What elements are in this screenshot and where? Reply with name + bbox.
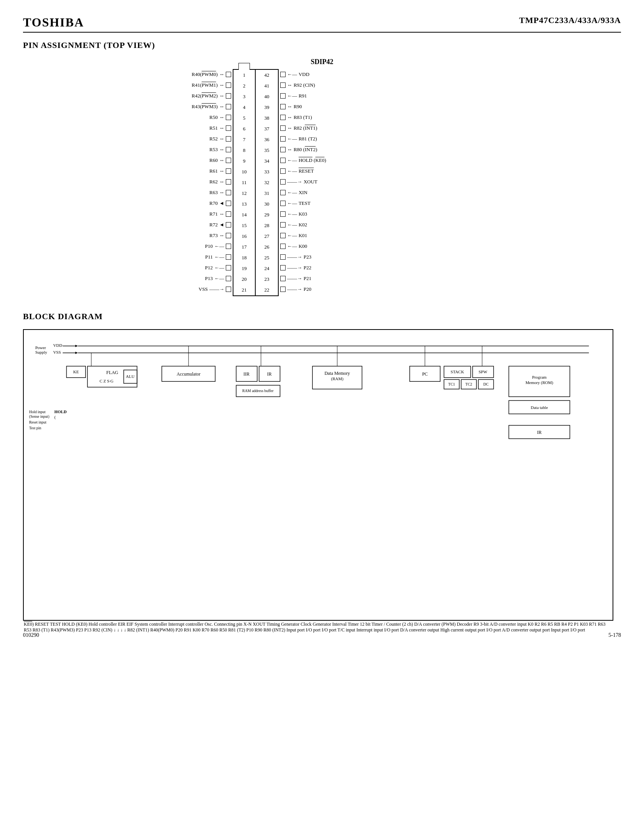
svg-text:(Sense input): (Sense input): [29, 414, 49, 419]
pin-arrow: ↔: [219, 71, 224, 77]
pin-arrow: ◄: [219, 222, 224, 228]
pin-label: R73: [209, 232, 218, 239]
pin-arrow: ↔: [219, 157, 224, 163]
pin-arrow: ←—: [287, 222, 297, 228]
pin-box: [280, 136, 286, 142]
pin-box: [280, 179, 286, 185]
pin-row: ←— VDD: [280, 69, 309, 80]
pin-row: ←— TEST: [280, 198, 310, 209]
pin-box: [280, 201, 286, 206]
pin-box: [226, 265, 231, 270]
pin-box: [280, 287, 286, 292]
chip-pin-number: 29: [262, 209, 272, 220]
pin-label: K00: [299, 243, 307, 249]
pin-label: R43(PWM3): [192, 104, 218, 110]
pin-arrow: ←—: [214, 275, 224, 282]
svg-text:Data Memory: Data Memory: [324, 371, 350, 376]
pin-label: HOLD (KE0): [299, 157, 326, 163]
pin-label: R42(PWM2): [192, 93, 218, 99]
pin-arrow: ←—: [287, 168, 297, 174]
pin-arrow: ——→: [287, 254, 302, 260]
pin-arrow: ↔: [219, 104, 224, 110]
svg-text:KE: KE: [73, 369, 79, 374]
svg-marker-6: [75, 352, 78, 354]
pin-label: P13: [205, 275, 213, 282]
pin-arrow: ——→: [287, 275, 302, 282]
pin-row: ——→ P20: [280, 284, 311, 295]
pin-row: R73 ↔: [209, 230, 231, 241]
chip-pin-number: 21: [240, 285, 249, 295]
chip-pin-number: 22: [262, 285, 272, 295]
pin-box: [226, 287, 231, 292]
pin-row: ↔ R92 (CIN): [280, 80, 315, 91]
chip-pin-number: 40: [262, 91, 272, 102]
pin-row: R63 ↔: [209, 187, 231, 198]
svg-text:C  Z  S·G: C Z S·G: [100, 379, 113, 383]
svg-text:HOLD: HOLD: [54, 409, 67, 414]
pin-label: R82 (INT1): [294, 125, 317, 131]
chip-pin-number: 13: [240, 199, 249, 209]
pin-arrow: ←—: [214, 265, 224, 271]
power-supply-label: Power: [35, 345, 46, 350]
svg-text:Accumulator: Accumulator: [177, 371, 200, 377]
chip-pin-number: 33: [262, 166, 272, 177]
chip-pin-number: 27: [262, 231, 272, 242]
page-number: 5-178: [608, 632, 621, 638]
pin-arrow: ←—: [214, 254, 224, 260]
pin-box: [226, 93, 231, 99]
pin-arrow: ◄: [219, 200, 224, 206]
pin-label: K01: [299, 232, 307, 239]
chip-pin-number: 3: [240, 91, 249, 102]
pin-label: R92 (CIN): [294, 82, 315, 88]
pin-arrow: ←—: [287, 136, 297, 142]
svg-text:FLAG: FLAG: [106, 370, 118, 375]
doc-number: 010290: [23, 632, 39, 638]
svg-text:IR: IR: [267, 371, 272, 377]
pin-row: ——→ P21: [280, 273, 311, 284]
chip-pin-number: 34: [262, 156, 272, 166]
chip-pin-number: 4: [240, 102, 249, 113]
pin-label: R63: [209, 190, 218, 196]
pin-row: ←— K02: [280, 219, 307, 230]
pin-box: [280, 72, 286, 77]
pin-box: [226, 276, 231, 281]
svg-text:TC2: TC2: [465, 382, 472, 386]
pin-row: ——→ P22: [280, 262, 311, 273]
pin-arrow: ←—: [287, 71, 297, 77]
pin-arrow: ↔: [219, 179, 224, 185]
pin-label: R80 (INT2): [294, 147, 317, 153]
svg-text:IR: IR: [537, 430, 542, 435]
pin-box: [280, 265, 286, 270]
pin-arrow: ←—: [214, 243, 224, 249]
svg-text:Hold input: Hold input: [29, 410, 46, 414]
pin-box: [226, 82, 231, 88]
pin-diagram: SDIP42 R40(PWM0) ↔ R41(PWM1) ↔: [23, 58, 621, 296]
pin-row: ←— K03: [280, 209, 307, 219]
pin-box: [226, 201, 231, 206]
svg-text:TC1: TC1: [448, 382, 455, 386]
pin-row: P10 ←—: [205, 241, 231, 252]
chip-pin-number: 18: [240, 252, 249, 263]
pin-arrow: ←—: [287, 190, 297, 196]
pin-arrow: ←—: [287, 232, 297, 239]
pin-box: [280, 115, 286, 120]
chip-pin-number: 26: [262, 242, 272, 252]
svg-text:IIR: IIR: [243, 371, 250, 377]
pin-label: TEST: [299, 200, 310, 206]
pin-box: [226, 147, 231, 152]
pin-arrow: ↔: [287, 125, 292, 131]
right-pins: ←— VDD ↔ R92 (CIN) ←— R91: [279, 69, 326, 296]
pin-arrow: ——→: [287, 265, 302, 271]
pin-label: R40(PWM0): [192, 71, 218, 77]
chip-pin-number: 23: [262, 274, 272, 285]
pin-arrow: ↔: [219, 82, 224, 88]
pin-label: R70: [209, 200, 218, 206]
pin-row: ↔ R80 (INT2): [280, 144, 317, 155]
pin-box: [226, 222, 231, 227]
pin-box: [280, 276, 286, 281]
pin-row: R50 ↔: [209, 112, 231, 123]
pin-label: R50: [209, 114, 218, 120]
pin-row: R70 ◄: [209, 198, 231, 209]
pin-box: [280, 93, 286, 99]
pin-box: [280, 104, 286, 109]
